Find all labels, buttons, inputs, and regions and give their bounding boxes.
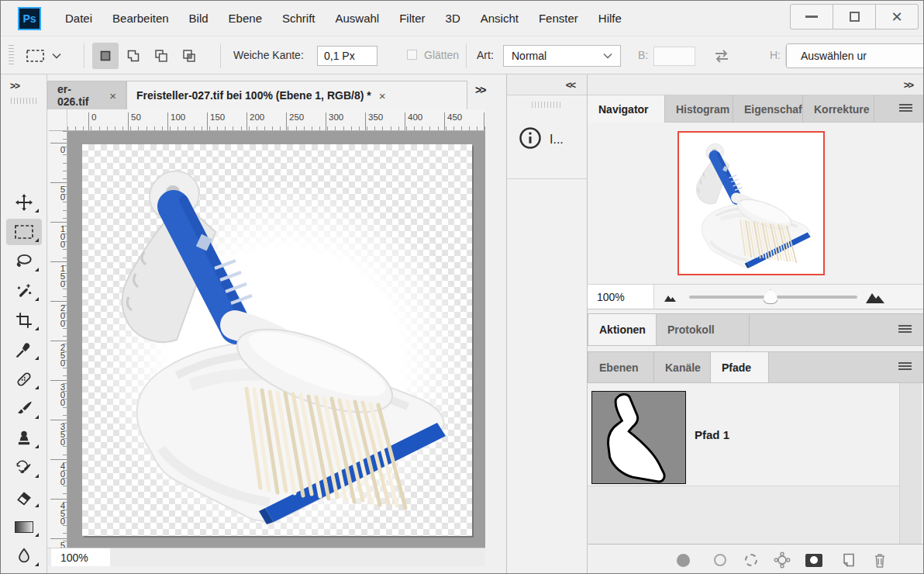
- h-ruler-label: 100: [167, 112, 185, 131]
- navigator-zoom-bar: 100%: [588, 284, 924, 309]
- tab-ebenen[interactable]: Ebenen: [588, 352, 654, 382]
- tab-aktionen[interactable]: Aktionen: [588, 314, 657, 345]
- info-icon: [519, 126, 542, 150]
- rectangular-marquee-icon: [14, 223, 34, 240]
- toolbar-expand-chevrons[interactable]: >>: [10, 81, 19, 92]
- tab-close-icon[interactable]: ×: [379, 89, 386, 102]
- swap-dimensions-icon[interactable]: [712, 48, 731, 64]
- menu-datei[interactable]: Datei: [55, 12, 102, 25]
- lasso-tool[interactable]: [6, 248, 42, 275]
- eyedropper-tool[interactable]: [6, 337, 42, 363]
- width-input[interactable]: [653, 47, 695, 66]
- blur-tool[interactable]: [6, 543, 42, 569]
- stroke-path-button[interactable]: [712, 552, 729, 569]
- tab-kanaele[interactable]: Kanäle: [654, 352, 711, 382]
- actions-tab-row: Aktionen Protokoll: [588, 313, 924, 346]
- delete-path-button[interactable]: [871, 552, 888, 569]
- zoom-in-mountains-icon[interactable]: [865, 289, 885, 304]
- panel-menu-icon[interactable]: [899, 104, 912, 114]
- tab-korrekturen[interactable]: Korrekture: [803, 95, 874, 123]
- navigator-panel: [588, 123, 924, 284]
- minimize-button[interactable]: [790, 4, 833, 29]
- feather-input[interactable]: [317, 46, 378, 66]
- fill-path-button[interactable]: [674, 552, 691, 569]
- paths-bottom-bar: [588, 544, 924, 574]
- active-tab-title: Freisteller-027.tif bei 100% (Ebene 1, R…: [136, 89, 371, 102]
- menu-fenster[interactable]: Fenster: [529, 12, 588, 25]
- antialias-checkbox[interactable]: [407, 50, 417, 60]
- tab-protokoll[interactable]: Protokoll: [657, 314, 750, 345]
- height-label: H:: [770, 49, 781, 61]
- style-select[interactable]: Normal: [503, 45, 621, 67]
- tab-pfade[interactable]: Pfade: [711, 352, 769, 382]
- menu-bild[interactable]: Bild: [179, 12, 219, 25]
- magic-wand-tool[interactable]: [6, 278, 42, 304]
- add-mask-button[interactable]: [805, 552, 822, 569]
- menu-schrift[interactable]: Schrift: [272, 12, 326, 25]
- document-canvas[interactable]: [82, 144, 472, 536]
- subtract-selection-mode-button[interactable]: [148, 43, 174, 69]
- document-tab-bar: er-026.tif × Freisteller-027.tif bei 100…: [47, 74, 506, 109]
- navigator-proxy-view[interactable]: [677, 131, 825, 275]
- load-selection-button[interactable]: [743, 552, 760, 569]
- menu-ebene[interactable]: Ebene: [219, 12, 272, 25]
- zoom-slider-thumb[interactable]: [763, 289, 778, 304]
- add-selection-mode-button[interactable]: [120, 43, 147, 69]
- close-button[interactable]: ✕: [875, 4, 919, 29]
- maximize-button[interactable]: [833, 4, 876, 29]
- chevron-down-icon: [52, 53, 61, 59]
- tab-navigator[interactable]: Navigator: [588, 95, 665, 123]
- menu-auswahl[interactable]: Auswahl: [326, 12, 390, 25]
- menu-filter[interactable]: Filter: [389, 12, 435, 25]
- eraser-tool[interactable]: [6, 484, 42, 510]
- menu-hilfe[interactable]: Hilfe: [588, 12, 632, 25]
- v-ruler-label: 250: [50, 341, 67, 366]
- document-tab-inactive[interactable]: er-026.tif ×: [47, 81, 126, 109]
- tab-histogramm[interactable]: Histogram: [665, 95, 733, 123]
- select-and-mask-button[interactable]: Auswählen ur: [786, 43, 924, 68]
- close-icon: ✕: [891, 10, 902, 24]
- expand-dock-chevrons[interactable]: >>: [904, 79, 912, 91]
- new-path-button[interactable]: [840, 552, 857, 569]
- menu-ansicht[interactable]: Ansicht: [471, 12, 529, 25]
- options-grip[interactable]: [9, 45, 14, 67]
- status-zoom-field[interactable]: 100%: [51, 548, 110, 566]
- crop-icon: [15, 311, 33, 330]
- brush-tool[interactable]: [6, 396, 42, 422]
- zoom-out-mountains-icon[interactable]: [664, 292, 677, 303]
- info-panel-button[interactable]: I...: [507, 95, 587, 179]
- lasso-icon: [15, 252, 33, 271]
- history-brush-tool[interactable]: [6, 455, 42, 481]
- document-tab-active[interactable]: Freisteller-027.tif bei 100% (Ebene 1, R…: [126, 81, 467, 109]
- new-selection-mode-button[interactable]: [92, 43, 119, 69]
- spot-healing-brush-tool[interactable]: [6, 366, 42, 392]
- tab-eigenschaften[interactable]: Eigenschaf: [733, 95, 803, 123]
- navigator-zoom-field[interactable]: 100%: [588, 285, 654, 309]
- path-thumbnail[interactable]: [591, 391, 686, 484]
- panel-dock: >> Navigator Histogram Eigenschaf Korrek…: [588, 74, 924, 574]
- move-tool[interactable]: [6, 189, 42, 216]
- work-path-button[interactable]: [774, 552, 791, 569]
- rectangular-marquee-tool[interactable]: [6, 219, 42, 245]
- clone-stamp-tool[interactable]: [6, 425, 42, 451]
- paths-scrollbar[interactable]: [899, 383, 922, 544]
- v-ruler-label: 400: [50, 459, 67, 485]
- canvas-workspace[interactable]: [67, 131, 485, 548]
- panel-menu-icon[interactable]: [898, 325, 912, 335]
- path-name[interactable]: Pfad 1: [695, 428, 729, 441]
- new-selection-icon: [98, 48, 113, 64]
- tool-preset-button[interactable]: [26, 44, 74, 67]
- panel-menu-icon[interactable]: [898, 362, 912, 372]
- menu-3d[interactable]: 3D: [436, 12, 471, 25]
- gradient-tool[interactable]: [6, 513, 42, 540]
- info-panel-label: I...: [550, 133, 564, 147]
- tab-close-icon[interactable]: ×: [109, 89, 116, 102]
- menu-bearbeiten[interactable]: Bearbeiten: [102, 12, 179, 25]
- crop-tool[interactable]: [6, 307, 42, 334]
- collapse-dock-chevrons[interactable]: <<: [566, 79, 574, 91]
- tab-overflow-chevrons[interactable]: >>: [475, 84, 484, 96]
- paths-panel: Pfad 1: [588, 383, 924, 544]
- toolbar-grip[interactable]: [11, 98, 37, 104]
- intersect-selection-mode-button[interactable]: [176, 43, 202, 69]
- h-ruler-label: 200: [247, 112, 264, 131]
